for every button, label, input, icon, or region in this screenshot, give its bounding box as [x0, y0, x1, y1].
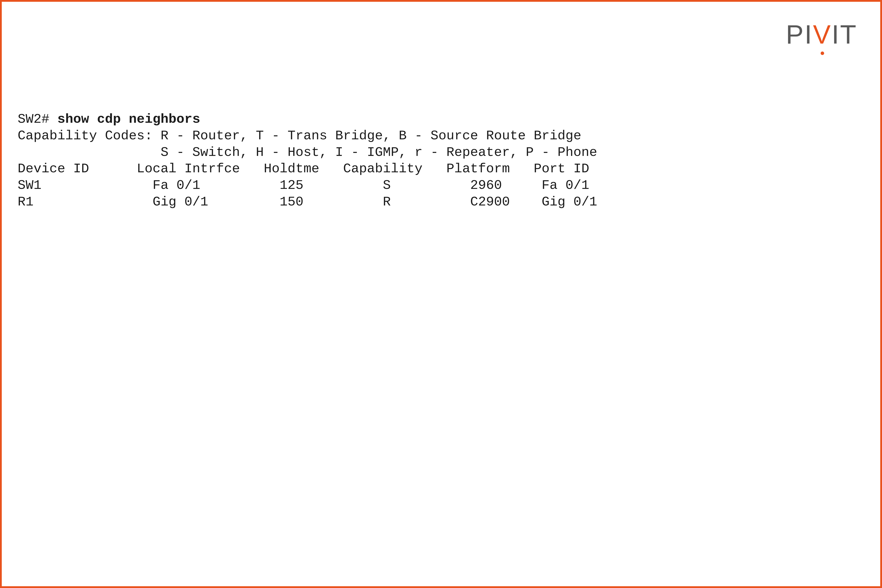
table-row: R1 Gig 0/1 150 R C2900 Gig 0/1 [18, 195, 597, 210]
logo-accent-letter: V [813, 21, 832, 48]
table-row: SW1 Fa 0/1 125 S 2960 Fa 0/1 [18, 178, 590, 193]
logo-text-left: PI [786, 21, 813, 48]
capability-codes-line-2: S - Switch, H - Host, I - IGMP, r - Repe… [18, 145, 597, 160]
terminal-output: SW2# show cdp neighbors Capability Codes… [18, 111, 864, 210]
logo-text-right: IT [832, 21, 857, 48]
cli-prompt: SW2# [18, 112, 57, 127]
cli-command: show cdp neighbors [57, 112, 200, 127]
brand-logo: PIVIT [786, 21, 857, 48]
table-header: Device ID Local Intrfce Holdtme Capabili… [18, 161, 590, 176]
capability-codes-line-1: Capability Codes: R - Router, T - Trans … [18, 128, 581, 143]
bordered-frame: PIVIT SW2# show cdp neighbors Capability… [0, 0, 882, 588]
